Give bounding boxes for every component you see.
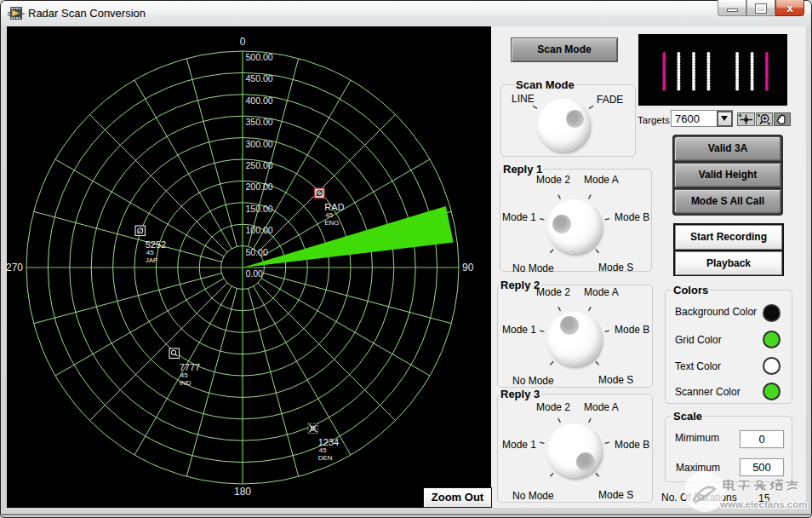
svg-text:JAP: JAP	[146, 256, 158, 264]
svg-text:90: 90	[462, 262, 474, 273]
svg-text:500.00: 500.00	[246, 52, 273, 62]
svg-text:45: 45	[146, 249, 154, 256]
svg-text:DEN: DEN	[318, 454, 333, 462]
svg-text:150.00: 150.00	[246, 204, 273, 214]
svg-text:ENG: ENG	[324, 219, 339, 227]
svg-text:50.00: 50.00	[246, 247, 268, 257]
svg-text:300.00: 300.00	[246, 139, 273, 149]
svg-text:0.00: 0.00	[246, 268, 264, 279]
svg-text:250.00: 250.00	[246, 160, 273, 170]
svg-text:400.00: 400.00	[246, 95, 273, 106]
svg-text:450.00: 450.00	[246, 73, 273, 83]
svg-text:180: 180	[234, 486, 251, 498]
svg-text:45: 45	[180, 371, 188, 379]
svg-text:45: 45	[325, 211, 333, 219]
svg-text:200.00: 200.00	[246, 181, 273, 192]
svg-text:IND: IND	[180, 379, 192, 387]
svg-text:45: 45	[319, 446, 327, 454]
svg-text:100.00: 100.00	[246, 225, 273, 235]
svg-text:0: 0	[240, 36, 246, 48]
svg-text:350.00: 350.00	[246, 117, 273, 127]
svg-text:270: 270	[7, 262, 23, 273]
